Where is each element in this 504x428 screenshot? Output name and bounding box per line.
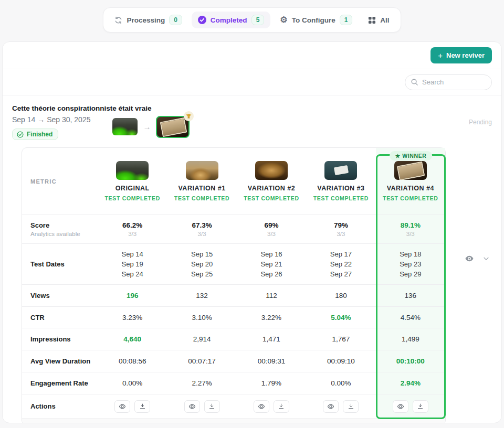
check-circle-icon [198, 16, 206, 24]
pending-label: Pending [469, 119, 492, 126]
views-cell: 112 [237, 284, 306, 306]
ctr-label-cell: CTR [22, 306, 98, 328]
engagement-rate-cell: 0.00% [98, 372, 167, 394]
search-icon [411, 78, 418, 88]
panel-header: + New reviver [3, 42, 501, 69]
download-button[interactable] [413, 400, 428, 413]
test-dates-cell: Sep 17 Sep 22 Sep 27 [306, 243, 375, 284]
engagement-rate-cell: 0.00% [306, 372, 375, 394]
panel-toolbar [3, 69, 501, 95]
tab-completed-label: Completed [211, 16, 247, 24]
ctr-cell: 3.10% [167, 306, 236, 328]
test-meta-row: Sep 14 → Sep 30, 2025 Finished → Pending [12, 115, 492, 140]
preview-button[interactable] [323, 400, 339, 413]
tab-completed-count: 5 [251, 15, 265, 25]
score-cell: 69% 3/3 [237, 215, 306, 243]
tab-processing-label: Processing [127, 16, 165, 24]
views-cell: 132 [167, 284, 236, 306]
download-icon [417, 403, 424, 410]
tab-processing[interactable]: Processing 0 [108, 12, 188, 28]
grid-icon [368, 16, 376, 24]
visibility-icon[interactable] [465, 254, 474, 263]
eye-icon [258, 403, 265, 410]
test-dates-label-cell: Test Dates [22, 243, 98, 284]
chevron-down-icon[interactable] [482, 255, 490, 262]
comparison-table: METRIC ORIGINAL TEST COMPLETED VARIATION… [22, 147, 446, 423]
arrow-right-icon: → [143, 122, 151, 131]
comparison-table-wrap: METRIC ORIGINAL TEST COMPLETED VARIATION… [22, 147, 446, 423]
ctr-cell-winner: 4.54% [376, 306, 445, 328]
engagement-rate-cell-winner: 2.94% [376, 372, 445, 394]
status-tabbar: Processing 0 Completed 5 ⚙ To Configure … [103, 7, 401, 33]
avg-view-duration-cell: 00:08:56 [98, 350, 167, 372]
table-footer-strip [22, 418, 445, 423]
download-button[interactable] [274, 400, 289, 413]
engagement-rate-cell: 2.27% [167, 372, 236, 394]
actions-cell-variation-1 [167, 394, 236, 418]
views-cell-winner: 136 [376, 284, 445, 306]
impressions-cell: 1,767 [306, 328, 375, 350]
column-header-variation-2: VARIATION #2 TEST COMPLETED [237, 148, 306, 215]
variation-2-thumbnail[interactable] [255, 161, 288, 180]
tab-all[interactable]: All [362, 13, 395, 27]
views-cell: 180 [306, 284, 375, 306]
main-panel: + New reviver Cette théorie conspiration… [2, 41, 502, 423]
score-cell: 79% 3/3 [306, 215, 375, 243]
avg-view-duration-cell: 00:07:17 [167, 350, 236, 372]
metric-header-cell: METRIC [22, 148, 98, 215]
variation-3-thumbnail[interactable] [324, 161, 357, 180]
impressions-cell: 1,471 [237, 328, 306, 350]
avg-view-duration-cell: 00:09:31 [237, 350, 306, 372]
actions-cell-original [98, 394, 167, 418]
impressions-label-cell: Impressions [22, 328, 98, 350]
score-cell: 66.2% 3/3 [98, 215, 167, 243]
impressions-cell: 4,640 [98, 328, 167, 350]
gear-icon: ⚙ [280, 16, 287, 24]
preview-button[interactable] [254, 400, 269, 413]
trophy-icon [184, 111, 194, 121]
original-thumbnail[interactable] [112, 118, 138, 135]
tab-to-configure-label: To Configure [292, 16, 335, 24]
variation-1-thumbnail[interactable] [186, 161, 218, 180]
test-dates-cell: Sep 16 Sep 21 Sep 26 [237, 243, 306, 284]
preview-button[interactable] [114, 400, 130, 413]
ctr-cell: 3.22% [237, 306, 306, 328]
preview-button[interactable] [184, 400, 200, 413]
original-column-thumbnail[interactable] [116, 161, 149, 180]
engagement-rate-label-cell: Engagement Rate [22, 372, 98, 394]
winner-thumbnail-wrap [156, 116, 190, 138]
column-header-original: ORIGINAL TEST COMPLETED [98, 148, 167, 215]
score-cell: 67.3% 3/3 [167, 215, 236, 243]
download-button[interactable] [134, 400, 150, 413]
ctr-cell: 5.04% [306, 306, 375, 328]
score-label-cell: Score Analytics available [22, 215, 98, 243]
eye-icon [188, 403, 196, 410]
ctr-cell: 3.23% [98, 306, 167, 328]
views-label-cell: Views [22, 284, 98, 306]
new-reviver-label: New reviver [446, 51, 485, 59]
download-icon [208, 403, 215, 410]
impressions-cell: 2,914 [167, 328, 236, 350]
download-button[interactable] [343, 400, 359, 413]
eye-icon [397, 403, 404, 410]
tab-completed[interactable]: Completed 5 [192, 12, 270, 28]
column-header-variation-3: VARIATION #3 TEST COMPLETED [306, 148, 375, 215]
eye-icon [119, 403, 126, 410]
column-header-variation-1: VARIATION #1 TEST COMPLETED [167, 148, 236, 215]
actions-cell-variation-4 [376, 394, 445, 418]
test-dates-cell-winner: Sep 18 Sep 23 Sep 29 [376, 243, 445, 284]
tab-to-configure[interactable]: ⚙ To Configure 1 [274, 12, 359, 28]
avg-view-duration-cell-winner: 00:10:00 [376, 350, 445, 372]
tab-all-label: All [380, 16, 389, 24]
tab-processing-count: 0 [169, 15, 182, 25]
impressions-cell-winner: 1,499 [376, 328, 445, 350]
download-icon [139, 403, 146, 410]
test-dates-cell: Sep 14 Sep 19 Sep 24 [98, 243, 167, 284]
preview-button[interactable] [393, 400, 408, 413]
download-icon [278, 403, 285, 410]
plus-icon: + [438, 51, 443, 59]
variation-4-thumbnail[interactable] [394, 161, 427, 180]
actions-label-cell: Actions [22, 394, 98, 418]
new-reviver-button[interactable]: + New reviver [430, 47, 492, 63]
download-button[interactable] [204, 400, 220, 413]
